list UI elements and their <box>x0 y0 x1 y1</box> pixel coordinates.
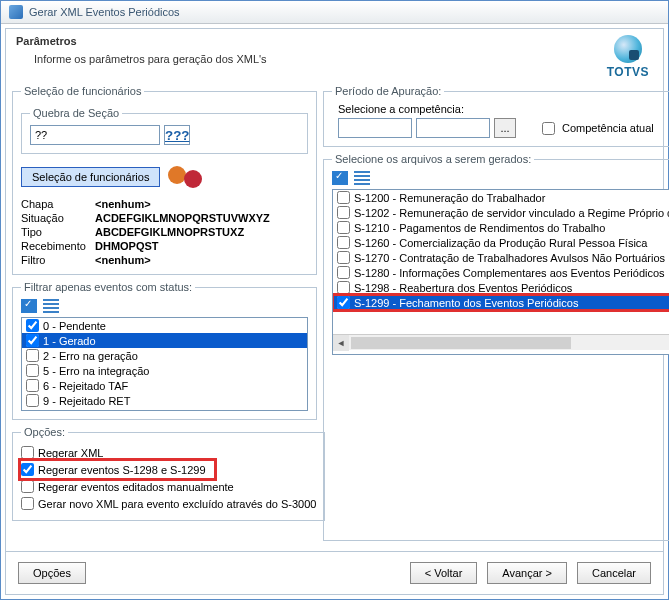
label-situacao: Situação <box>21 212 95 224</box>
next-button[interactable]: Avançar > <box>487 562 567 584</box>
current-competence-checkbox[interactable]: Competência atual <box>538 119 654 138</box>
label-tipo: Tipo <box>21 226 95 238</box>
status-item-label: 9 - Rejeitado RET <box>43 395 130 407</box>
check-all-icon[interactable] <box>332 171 348 185</box>
value-filtro: <nenhum> <box>95 254 308 266</box>
brand-logo: TOTVS <box>607 35 649 79</box>
page-title: Parâmetros <box>16 35 607 47</box>
status-item-checkbox[interactable] <box>26 319 39 332</box>
current-competence-input[interactable] <box>542 122 555 135</box>
status-item-label: 1 - Gerado <box>43 335 96 347</box>
file-item-checkbox[interactable] <box>337 281 350 294</box>
label-filtro: Filtro <box>21 254 95 266</box>
option-item[interactable]: Regerar XML <box>21 444 316 461</box>
section-break-legend: Quebra de Seção <box>30 107 122 119</box>
totvs-logo-icon <box>614 35 642 63</box>
file-item-label: S-1260 - Comercialização da Produção Rur… <box>354 237 647 249</box>
file-item[interactable]: S-1200 - Remuneração do Trabalhador <box>333 190 669 205</box>
option-item-label: Gerar novo XML para evento excluído atra… <box>38 498 316 510</box>
file-item-label: S-1298 - Reabertura dos Eventos Periódic… <box>354 282 572 294</box>
status-item-checkbox[interactable] <box>26 349 39 362</box>
files-toolbar <box>332 171 669 185</box>
employee-selection-legend: Seleção de funcionários <box>21 85 144 97</box>
period-select-label: Selecione a competência: <box>338 103 669 115</box>
file-item-checkbox[interactable] <box>337 251 350 264</box>
file-item-checkbox[interactable] <box>337 191 350 204</box>
file-item-checkbox[interactable] <box>337 206 350 219</box>
period-legend: Período de Apuração: <box>332 85 444 97</box>
file-item[interactable]: S-1280 - Informações Complementares aos … <box>333 265 669 280</box>
option-item-label: Regerar eventos S-1298 e S-1299 <box>38 464 206 476</box>
cancel-button[interactable]: Cancelar <box>577 562 651 584</box>
value-recebimento: DHMOPQST <box>95 240 308 252</box>
option-item-checkbox[interactable] <box>21 446 34 459</box>
employee-selection-button[interactable]: Seleção de funcionários <box>21 167 160 187</box>
status-item-label: 6 - Rejeitado TAF <box>43 380 128 392</box>
file-item[interactable]: S-1299 - Fechamento dos Eventos Periódic… <box>333 295 669 310</box>
scroll-thumb[interactable] <box>351 337 571 349</box>
status-item[interactable]: 2 - Erro na geração <box>22 348 307 363</box>
status-item[interactable]: 5 - Erro na integração <box>22 363 307 378</box>
file-item-checkbox[interactable] <box>337 296 350 309</box>
status-item[interactable]: 6 - Rejeitado TAF <box>22 378 307 393</box>
employee-selection-group: Seleção de funcionários Quebra de Seção … <box>12 85 317 275</box>
file-item-label: S-1200 - Remuneração do Trabalhador <box>354 192 545 204</box>
value-chapa: <nenhum> <box>95 198 308 210</box>
label-chapa: Chapa <box>21 198 95 210</box>
status-item[interactable]: 0 - Pendente <box>22 318 307 333</box>
file-item-label: S-1270 - Contratação de Trabalhadores Av… <box>354 252 665 264</box>
status-item-checkbox[interactable] <box>26 379 39 392</box>
value-tipo: ABCDEFGIKLMNOPRSTUXZ <box>95 226 308 238</box>
file-item[interactable]: S-1270 - Contratação de Trabalhadores Av… <box>333 250 669 265</box>
options-legend: Opções: <box>21 426 68 438</box>
status-item[interactable]: 1 - Gerado <box>22 333 307 348</box>
option-item-checkbox[interactable] <box>21 480 34 493</box>
status-checklist[interactable]: 0 - Pendente1 - Gerado2 - Erro na geraçã… <box>21 317 308 411</box>
file-item-checkbox[interactable] <box>337 221 350 234</box>
file-item[interactable]: S-1202 - Remuneração de servidor vincula… <box>333 205 669 220</box>
list-icon[interactable] <box>354 171 370 185</box>
period-lookup-button[interactable]: ... <box>494 118 516 138</box>
status-item[interactable]: 9 - Rejeitado RET <box>22 393 307 408</box>
option-item[interactable]: Gerar novo XML para evento excluído atra… <box>21 495 316 512</box>
status-item-label: 0 - Pendente <box>43 320 106 332</box>
list-icon[interactable] <box>43 299 59 313</box>
option-item[interactable]: Regerar eventos S-1298 e S-1299 <box>21 461 214 478</box>
status-filter-group: Filtrar apenas eventos com status: 0 - P… <box>12 281 317 420</box>
titlebar: Gerar XML Eventos Periódicos <box>1 1 668 24</box>
file-item[interactable]: S-1298 - Reabertura dos Eventos Periódic… <box>333 280 669 295</box>
window-title: Gerar XML Eventos Periódicos <box>29 6 180 18</box>
back-button[interactable]: < Voltar <box>410 562 478 584</box>
option-item-checkbox[interactable] <box>21 463 34 476</box>
file-item-checkbox[interactable] <box>337 266 350 279</box>
status-item-checkbox[interactable] <box>26 364 39 377</box>
section-break-input[interactable] <box>30 125 160 145</box>
status-item-checkbox[interactable] <box>26 394 39 407</box>
period-to-input[interactable] <box>416 118 490 138</box>
option-item-checkbox[interactable] <box>21 497 34 510</box>
options-group: Opções: Regerar XMLRegerar eventos S-129… <box>12 426 325 521</box>
files-checklist[interactable]: S-1200 - Remuneração do TrabalhadorS-120… <box>332 189 669 355</box>
file-item[interactable]: S-1210 - Pagamentos de Rendimentos do Tr… <box>333 220 669 235</box>
people-icon <box>168 162 202 192</box>
check-all-icon[interactable] <box>21 299 37 313</box>
file-item-label: S-1202 - Remuneração de servidor vincula… <box>354 207 669 219</box>
options-button[interactable]: Opções <box>18 562 86 584</box>
status-toolbar <box>21 299 308 313</box>
period-from-input[interactable] <box>338 118 412 138</box>
files-legend: Selecione os arquivos a serem gerados: <box>332 153 534 165</box>
status-item-checkbox[interactable] <box>26 334 39 347</box>
section-break-group: Quebra de Seção ??? <box>21 107 308 154</box>
horizontal-scrollbar[interactable]: ◄ ► <box>333 334 669 350</box>
scroll-left-arrow-icon[interactable]: ◄ <box>333 335 349 351</box>
option-item[interactable]: Regerar eventos editados manualmente <box>21 478 316 495</box>
file-item-label: S-1299 - Fechamento dos Eventos Periódic… <box>354 297 578 309</box>
section-break-lookup-button[interactable]: ??? <box>164 125 190 145</box>
file-item-checkbox[interactable] <box>337 236 350 249</box>
status-filter-legend: Filtrar apenas eventos com status: <box>21 281 195 293</box>
status-item-label: 5 - Erro na integração <box>43 365 149 377</box>
label-recebimento: Recebimento <box>21 240 95 252</box>
option-item-label: Regerar XML <box>38 447 103 459</box>
file-item[interactable]: S-1260 - Comercialização da Produção Rur… <box>333 235 669 250</box>
value-situacao: ACDEFGIKLMNOPQRSTUVWXYZ <box>95 212 308 224</box>
